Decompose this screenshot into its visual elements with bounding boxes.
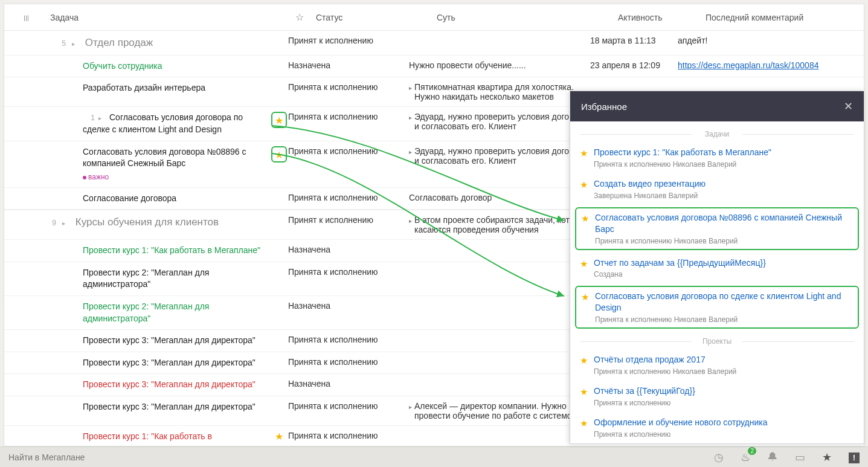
task-count: 1 xyxy=(83,113,95,123)
favorite-item[interactable]: ★ Оформление и обучение нового сотрудник… xyxy=(570,412,864,443)
col-header-activity[interactable]: Активность xyxy=(618,13,706,22)
cell-comment: апдейт! xyxy=(678,36,852,45)
cell-essence: Согласовать договор xyxy=(409,193,590,202)
star-icon: ★ xyxy=(581,292,589,303)
group-count: 5 xyxy=(54,39,66,49)
cell-essence: ▸Эдуард, нужно проверить условия договор… xyxy=(409,112,590,131)
favorite-link[interactable]: Согласовать условия договора по сделке с… xyxy=(595,291,853,314)
favorite-item[interactable]: ★ Согласовать условия договора №08896 с … xyxy=(575,207,859,250)
search-input[interactable] xyxy=(8,453,190,462)
favorite-meta: Создана xyxy=(594,270,854,279)
cell-essence: Нужно провести обучение...... xyxy=(409,60,590,70)
cell-status: Принята к исполнению xyxy=(288,267,409,277)
task-title: Провести курс 2: "Мегаплан для администр… xyxy=(83,301,209,323)
favorite-meta: Принята к исполнению xyxy=(594,430,854,439)
group-title: Курсы обучения для клиентов xyxy=(76,216,219,228)
col-header-comment[interactable]: Последний комментарий xyxy=(706,13,852,22)
triangle-icon: ▸ xyxy=(409,149,412,155)
task-row[interactable]: Обучить сотрудника Назначена Нужно прове… xyxy=(4,56,864,78)
caret-icon[interactable]: ▸ xyxy=(62,219,69,228)
group-count: 9 xyxy=(44,218,56,228)
cell-status: Принята к исполнению xyxy=(288,146,409,156)
col-header-status[interactable]: Статус xyxy=(316,13,437,22)
bottom-icons: ◷ ♨2 🔔︎ ▭ ★ ! xyxy=(714,451,860,464)
chat-icon[interactable]: ▭ xyxy=(795,451,805,464)
cell-status: Принята к исполнению xyxy=(288,335,409,344)
table-header: ⫼ Задача ☆ Статус Суть Активность Послед… xyxy=(4,4,864,31)
favorite-meta: Принята к исполнению Николаев Валерий xyxy=(594,160,854,169)
favorites-title: Избранное xyxy=(581,101,627,112)
cell-status: Принята к исполнению xyxy=(288,431,409,440)
comment-link[interactable]: https://desc.megaplan.ru/task/100084 xyxy=(678,60,818,70)
cell-activity: 18 марта в 11:13 xyxy=(590,36,678,45)
favorite-item[interactable]: ★ Согласовать условия договора по сделке… xyxy=(575,286,859,329)
task-tag: важно xyxy=(83,172,270,182)
favorites-section-tasks: Задачи xyxy=(570,130,864,138)
star-icon: ★ xyxy=(580,387,588,398)
close-icon[interactable]: ✕ xyxy=(844,100,853,113)
favorite-link[interactable]: Отчёты отдела продаж 2017 xyxy=(594,354,854,366)
bell-icon[interactable]: 🔔︎ xyxy=(767,451,778,463)
task-title: Провести курс 3: "Мегаплан для директора… xyxy=(83,402,256,411)
favorite-meta: Завершена Николаев Валерий xyxy=(594,192,854,200)
favorite-meta: Принята к исполнению xyxy=(594,399,854,407)
cell-status: Назначена xyxy=(288,301,409,311)
cell-essence: ▸Алексей — директор компании. Нужно пров… xyxy=(409,401,590,420)
cell-status: Принят к исполнению xyxy=(288,36,409,45)
group-title: Отдел продаж xyxy=(85,37,153,48)
task-title: Провести курс 1: "Как работать в xyxy=(83,431,212,441)
star-icon: ★ xyxy=(581,213,589,224)
favorite-link[interactable]: Создать видео презентацию xyxy=(594,178,854,190)
bottom-bar: ◷ ♨2 🔔︎ ▭ ★ ! xyxy=(0,446,868,467)
favorite-item[interactable]: ★ Отчет по задачам за {{ПредыдущийМесяц}… xyxy=(570,253,864,284)
favorite-item[interactable]: ★ Отчёты за {{ТекущийГод}} Принята к исп… xyxy=(570,381,864,412)
task-title: Провести курс 2: "Мегаплан для администр… xyxy=(83,268,209,289)
cell-essence: ▸ В этом проекте собираются задачи, кото… xyxy=(409,215,590,234)
task-title: Провести курс 3: "Мегаплан для директора… xyxy=(83,358,256,367)
clock-icon[interactable]: ◷ xyxy=(714,451,724,464)
favorite-meta: Принята к исполнению Николаев Валерий xyxy=(595,315,853,324)
star-icon: ★ xyxy=(580,148,588,159)
favorite-link[interactable]: Отчёты за {{ТекущийГод}} xyxy=(594,385,854,397)
star-icon[interactable]: ★ xyxy=(271,146,287,163)
favorite-link[interactable]: Согласовать условия договора №08896 с ко… xyxy=(595,212,853,235)
alert-icon[interactable]: ! xyxy=(849,451,860,463)
favorite-item[interactable]: ★ Провести курс 1: "Как работать в Мегап… xyxy=(570,142,864,173)
favorite-item[interactable]: ★ Отчёты отдела продаж 2017 Принята к ис… xyxy=(570,349,864,381)
favorite-link[interactable]: Оформление и обучение нового сотрудника xyxy=(594,417,854,428)
task-title: Обучить сотрудника xyxy=(83,61,162,71)
cell-status: Назначена xyxy=(288,245,409,254)
favorite-link[interactable]: Провести курс 1: "Как работать в Мегапла… xyxy=(594,147,854,158)
star-icon[interactable]: ★ xyxy=(275,431,283,442)
star-icon: ★ xyxy=(580,179,588,190)
task-title: Согласовать условия договора №08896 с ко… xyxy=(83,147,246,169)
star-icon: ★ xyxy=(580,355,588,366)
task-title: Согласовать условия договора по сделке с… xyxy=(83,112,243,134)
caret-icon[interactable]: ▸ xyxy=(98,114,106,123)
task-title: Согласование договора xyxy=(83,193,176,203)
fire-icon[interactable]: ♨2 xyxy=(741,451,750,464)
col-header-task[interactable]: Задача ☆ xyxy=(50,11,316,23)
cell-status: Принята к исполнению xyxy=(288,112,409,121)
star-icon[interactable]: ★ xyxy=(822,451,832,464)
triangle-icon: ▸ xyxy=(409,85,412,91)
cell-status: Принята к исполнению xyxy=(288,193,409,202)
cell-status: Принята к исполнению xyxy=(288,401,409,411)
col-header-essence[interactable]: Суть xyxy=(437,13,618,22)
favorites-panel: Избранное ✕ Задачи ★ Провести курс 1: "К… xyxy=(570,91,864,444)
cell-status: Принята к исполнению xyxy=(288,82,409,92)
favorite-item[interactable]: ★ Создать видео презентацию Завершена Ни… xyxy=(570,173,864,205)
cell-status: Принята к исполнению xyxy=(288,357,409,367)
cell-status: Принят к исполнению xyxy=(288,215,409,225)
star-icon[interactable]: ★ xyxy=(271,112,287,128)
columns-icon[interactable]: ⫼ xyxy=(22,13,31,22)
cell-essence: ▸Эдуард, нужно проверить условия договор… xyxy=(409,146,590,166)
cell-status: Назначена xyxy=(288,60,409,70)
group-row[interactable]: 5 ▸ Отдел продаж Принят к исполнению 18 … xyxy=(4,31,864,56)
cell-status: Назначена xyxy=(288,379,409,388)
star-icon: ★ xyxy=(580,259,588,269)
favorite-meta: Принята к исполнению Николаев Валерий xyxy=(594,367,854,376)
favorite-link[interactable]: Отчет по задачам за {{ПредыдущийМесяц}} xyxy=(594,257,854,269)
star-header-icon[interactable]: ☆ xyxy=(295,11,304,23)
caret-icon[interactable]: ▸ xyxy=(72,40,79,48)
